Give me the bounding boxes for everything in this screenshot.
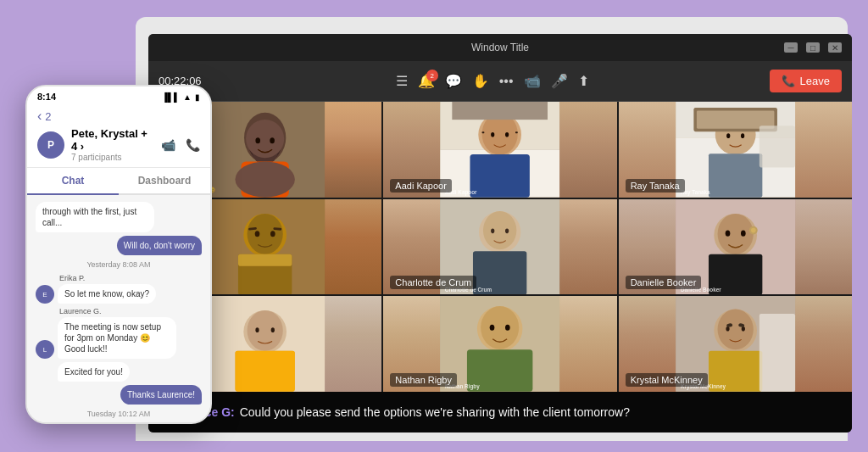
message-bubble-6: Thanks Laurence!	[120, 385, 202, 405]
participant-name-2: Aadi Kapoor	[390, 179, 452, 193]
phone-status-bar: 8:14 ▐▌▌ ▲ ▮	[27, 86, 210, 105]
svg-rect-43	[205, 199, 325, 295]
chat-icon[interactable]: 💬	[445, 73, 462, 89]
chat-avatar: P	[37, 131, 64, 159]
back-icon[interactable]: ‹	[37, 109, 42, 124]
message-bubble-1: through with the first, just call...	[36, 202, 154, 232]
svg-point-75	[490, 325, 495, 331]
message-2: Will do, don't worry	[36, 236, 202, 255]
phone-header-content: P Pete, Krystal + 4 › 7 participants 📹 📞	[37, 127, 200, 162]
signal-icon: ▐▌▌	[162, 92, 180, 102]
chat-title: Pete, Krystal + 4 ›	[71, 127, 154, 153]
message-6: Thanks Laurence!	[36, 385, 202, 405]
subtitle-text: Could you please send the options we're …	[240, 405, 630, 419]
phone-status-icons: ▐▌▌ ▲ ▮	[162, 92, 200, 102]
leave-button[interactable]: 📞 Leave	[770, 70, 842, 92]
participant-name-9: Krystal McKinney	[626, 373, 708, 387]
message-4: L The meeting is now setup for 3pm on Mo…	[36, 317, 202, 359]
svg-point-74	[481, 306, 519, 349]
phone-header-text: Pete, Krystal + 4 › 7 participants	[71, 127, 154, 162]
svg-rect-31	[759, 126, 794, 167]
svg-point-18	[505, 132, 509, 137]
video-cell-9: Krystal McKinney Krystal McKinney	[619, 296, 852, 392]
svg-point-17	[491, 132, 494, 137]
teams-toolbar: 00:22:06 ☰ 🔔 2 💬 ✋ ••• 📹 🎤 ⬆ 📞 Leave	[148, 61, 852, 102]
svg-point-67	[255, 328, 259, 333]
share-icon[interactable]: ⬆	[578, 73, 589, 89]
sender-erika: Erika P.	[59, 274, 202, 282]
minimize-button[interactable]: ─	[784, 42, 798, 53]
message-1: through with the first, just call...	[36, 202, 202, 232]
svg-rect-30	[709, 153, 762, 197]
participant-name-5: Charlotte de Crum	[390, 276, 476, 289]
svg-point-28	[726, 133, 730, 138]
svg-point-8	[235, 161, 294, 197]
mobile-phone: 8:14 ▐▌▌ ▲ ▮ ‹ 2 P Pete, Krystal + 4 › 7…	[25, 85, 212, 424]
video-cell-5: Charlotte de Crum Charlotte de Crum	[383, 199, 616, 295]
message-3: E So let me know, okay?	[36, 284, 202, 304]
video-call-icon[interactable]: 📹	[161, 138, 175, 152]
avatar-erika: E	[36, 285, 54, 304]
title-bar: Window Title ─ □ ✕	[148, 34, 852, 61]
window-controls: ─ □ ✕	[784, 42, 842, 53]
sender-laurence: Laurence G.	[59, 307, 202, 315]
subtitle-bar: Laurence G: Could you please send the op…	[148, 392, 852, 432]
message-5: L Excited for you!	[36, 362, 202, 382]
window-title: Window Title	[471, 42, 529, 53]
svg-point-66	[248, 310, 283, 351]
date-separator-2: Tuesday 10:12 AM	[36, 410, 202, 418]
notification-icon[interactable]: 🔔 2	[418, 73, 435, 89]
video-cell-8: Nathan Rigby Nathan Rigby	[383, 296, 616, 392]
hand-icon[interactable]: ✋	[472, 73, 489, 89]
phone-header-icons: 📹 📞	[161, 138, 200, 152]
svg-point-6	[255, 137, 260, 143]
tab-chat[interactable]: Chat	[27, 168, 119, 195]
phone-header: ‹ 2 P Pete, Krystal + 4 › 7 participants…	[27, 105, 210, 168]
menu-icon[interactable]: ☰	[396, 73, 408, 89]
phone-back-row: ‹ 2	[37, 109, 200, 124]
svg-rect-15	[482, 131, 485, 133]
svg-rect-19	[470, 154, 530, 198]
svg-point-7	[270, 137, 275, 143]
message-bubble-5: Excited for you!	[58, 362, 130, 382]
svg-rect-70	[235, 351, 294, 392]
video-cell-3: Ray Tanaka Ray Tanaka	[619, 102, 852, 198]
camera-icon[interactable]: 📹	[524, 73, 541, 89]
svg-point-58	[741, 230, 746, 236]
more-options-icon[interactable]: •••	[499, 74, 514, 89]
message-bubble-3: So let me know, okay?	[58, 284, 156, 304]
back-count: 2	[45, 110, 51, 123]
svg-point-60	[751, 227, 756, 232]
message-bubble-4: The meeting is now setup for 3pm on Mond…	[58, 317, 176, 359]
avatar-laurence: L	[36, 340, 54, 359]
date-separator-1: Yesterday 8:08 AM	[36, 260, 202, 269]
phone-tabs: Chat Dashboard	[27, 168, 210, 195]
svg-rect-20	[453, 102, 548, 120]
microphone-icon[interactable]: 🎤	[551, 73, 568, 89]
video-grid: 😊	[148, 102, 852, 392]
close-button[interactable]: ✕	[828, 42, 842, 53]
message-bubble-2: Will do, don't worry	[117, 236, 202, 255]
battery-icon: ▮	[195, 92, 200, 102]
video-cell-2: Aadi Kapoor Aadi Kapoor	[383, 102, 616, 198]
leave-phone-icon: 📞	[782, 75, 795, 87]
video-area: 😊	[148, 102, 852, 432]
svg-point-83	[726, 326, 729, 332]
laptop-screen: Window Title ─ □ ✕ 00:22:06 ☰ 🔔 2 💬 ✋ ••…	[148, 34, 852, 432]
tab-dashboard[interactable]: Dashboard	[119, 168, 210, 193]
svg-point-76	[505, 325, 510, 331]
phone-call-icon[interactable]: 📞	[186, 138, 200, 152]
toolbar-icons: ☰ 🔔 2 💬 ✋ ••• 📹 🎤 ⬆	[215, 73, 770, 89]
svg-text:Ray Tanaka: Ray Tanaka	[681, 189, 710, 196]
svg-point-29	[741, 133, 744, 138]
wifi-icon: ▲	[183, 92, 192, 102]
svg-point-57	[725, 230, 730, 236]
svg-rect-88	[759, 314, 794, 392]
maximize-button[interactable]: □	[806, 42, 820, 53]
svg-point-84	[741, 326, 744, 332]
participant-name-3: Ray Tanaka	[626, 179, 685, 193]
toolbar-right: 📞 Leave	[770, 70, 842, 92]
notification-badge: 2	[426, 70, 438, 81]
phone-messages[interactable]: through with the first, just call... Wil…	[27, 195, 210, 424]
svg-rect-16	[515, 131, 518, 133]
